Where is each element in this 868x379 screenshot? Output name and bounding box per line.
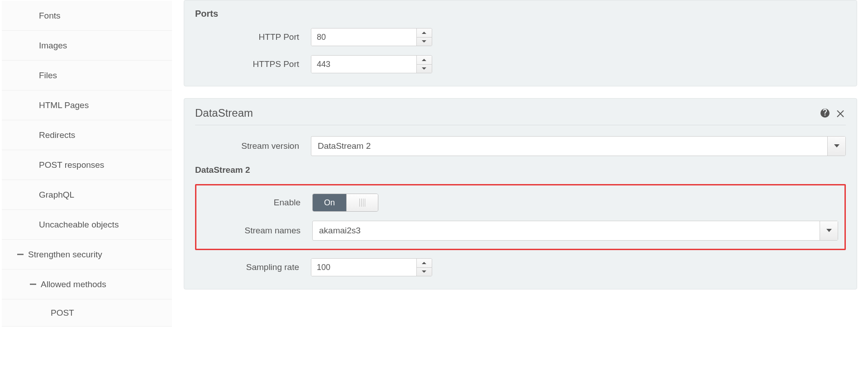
sidebar-subgroup-label: Allowed methods xyxy=(41,280,106,289)
chevron-up-icon xyxy=(421,261,427,265)
stream-version-select[interactable]: DataStream 2 xyxy=(311,136,846,156)
ports-heading: Ports xyxy=(195,9,846,19)
panel-ports: Ports HTTP Port xyxy=(184,0,857,86)
sidebar-label: Redirects xyxy=(39,130,75,140)
close-button[interactable] xyxy=(835,108,846,118)
https-port-spinner-buttons xyxy=(416,56,432,73)
sidebar-item-html-pages[interactable]: HTML Pages xyxy=(2,90,172,120)
sidebar-label: GraphQL xyxy=(39,190,74,200)
close-icon xyxy=(835,108,846,118)
collapse-icon xyxy=(30,284,36,285)
help-icon xyxy=(820,108,830,118)
sampling-rate-spinner-buttons xyxy=(416,259,432,276)
enable-label: Enable xyxy=(244,198,312,208)
http-port-increment[interactable] xyxy=(417,28,432,38)
highlight-box: Enable On Stream names xyxy=(195,184,846,250)
https-port-input-wrap xyxy=(311,55,432,73)
sidebar-subitem-post[interactable]: POST xyxy=(2,299,172,327)
https-port-label: HTTPS Port xyxy=(195,59,311,69)
row-http-port: HTTP Port xyxy=(195,28,846,46)
datastream2-section-label: DataStream 2 xyxy=(195,165,846,175)
sampling-rate-input-wrap xyxy=(311,258,432,276)
grip-icon xyxy=(359,199,365,207)
sidebar-item-fonts[interactable]: Fonts xyxy=(2,1,172,31)
main-content: Ports HTTP Port xyxy=(172,0,868,379)
help-button[interactable] xyxy=(820,108,830,118)
http-port-spinner-buttons xyxy=(416,28,432,46)
panel-header: DataStream xyxy=(195,107,846,125)
sidebar-label: Fonts xyxy=(39,11,61,21)
https-port-increment[interactable] xyxy=(417,56,432,65)
chevron-down-icon xyxy=(421,270,427,274)
sidebar-label: POST xyxy=(51,308,74,318)
sampling-rate-label: Sampling rate xyxy=(243,262,311,272)
sidebar-item-redirects[interactable]: Redirects xyxy=(2,120,172,150)
chevron-down-icon xyxy=(421,67,427,71)
stream-version-value: DataStream 2 xyxy=(318,141,827,151)
sidebar-item-files[interactable]: Files xyxy=(2,61,172,90)
row-stream-version: Stream version DataStream 2 xyxy=(195,136,846,156)
row-enable: Enable On xyxy=(244,194,838,212)
toggle-handle xyxy=(346,194,378,211)
stream-names-select[interactable]: akamai2s3 xyxy=(312,221,838,241)
sampling-rate-increment[interactable] xyxy=(417,259,432,268)
stream-names-value: akamai2s3 xyxy=(319,226,820,236)
sidebar-label: Files xyxy=(39,71,57,81)
sidebar-label: Images xyxy=(39,41,67,51)
sidebar-group-label: Strengthen security xyxy=(28,250,102,260)
https-port-input[interactable] xyxy=(311,56,416,73)
sampling-rate-decrement[interactable] xyxy=(417,268,432,276)
stream-version-caret xyxy=(827,137,845,156)
chevron-down-icon xyxy=(421,40,427,43)
chevron-down-icon xyxy=(826,228,832,233)
row-https-port: HTTPS Port xyxy=(195,55,846,73)
http-port-label: HTTP Port xyxy=(195,32,311,42)
sidebar: Fonts Images Files HTML Pages Redirects … xyxy=(0,0,172,379)
panel-actions xyxy=(820,108,846,118)
chevron-down-icon xyxy=(834,144,840,148)
sidebar-item-images[interactable]: Images xyxy=(2,31,172,61)
enable-toggle[interactable]: On xyxy=(312,194,378,212)
chevron-up-icon xyxy=(421,58,427,62)
stream-version-label: Stream version xyxy=(195,141,311,151)
row-stream-names: Stream names akamai2s3 xyxy=(244,221,838,241)
row-sampling-rate: Sampling rate xyxy=(195,258,846,276)
stream-names-caret xyxy=(820,221,838,240)
http-port-input-wrap xyxy=(311,28,432,46)
sidebar-subgroup-allowed-methods[interactable]: Allowed methods xyxy=(2,270,172,299)
sidebar-label: HTML Pages xyxy=(39,100,89,110)
sidebar-item-graphql[interactable]: GraphQL xyxy=(2,180,172,210)
chevron-up-icon xyxy=(421,31,427,34)
collapse-icon xyxy=(17,254,24,255)
datastream-title: DataStream xyxy=(195,107,253,119)
http-port-decrement[interactable] xyxy=(417,38,432,46)
sidebar-label: POST responses xyxy=(39,160,104,170)
sidebar-item-uncacheable-objects[interactable]: Uncacheable objects xyxy=(2,210,172,240)
sidebar-group-strengthen-security[interactable]: Strengthen security xyxy=(2,240,172,270)
sidebar-label: Uncacheable objects xyxy=(39,220,119,230)
stream-names-label: Stream names xyxy=(244,226,312,236)
http-port-input[interactable] xyxy=(311,28,416,46)
toggle-on-label: On xyxy=(313,194,346,211)
https-port-decrement[interactable] xyxy=(417,65,432,73)
panel-datastream: DataStream Stream version DataStream 2 xyxy=(184,98,857,289)
sampling-rate-input[interactable] xyxy=(311,259,416,276)
sidebar-item-post-responses[interactable]: POST responses xyxy=(2,150,172,180)
